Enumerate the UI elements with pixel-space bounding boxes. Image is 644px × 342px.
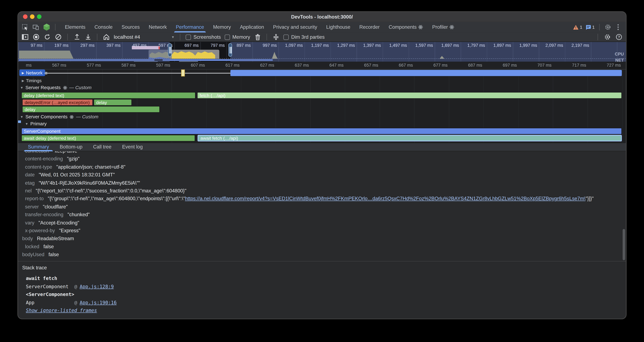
tab-summary[interactable]: Summary [23,143,54,151]
network-request-marker[interactable] [181,70,185,77]
expand-triangle-icon: ▶ [22,79,24,82]
tab-network[interactable]: Network [144,22,171,32]
track-server-requests-header[interactable]: ▼ Server Requests — Custom [20,85,92,90]
tab-lighthouse[interactable]: Lighthouse [322,22,355,32]
title-bar: DevTools - localhost:3000/ [18,12,626,22]
property-row: date"Wed, 01 Oct 2025 18:32:01 GMT" [22,171,626,179]
divider [180,34,180,40]
reload-and-record-icon[interactable] [44,33,51,41]
summary-pane[interactable]: connection"keep-alive" content-encoding"… [18,151,626,261]
record-icon[interactable] [32,33,40,41]
memory-checkbox[interactable]: Memory [224,34,250,40]
track-network[interactable]: ▶ Network [19,70,45,76]
track-timings[interactable]: ▶ Timings [19,77,44,84]
garbage-collect-icon[interactable] [254,33,261,41]
tab-event-log[interactable]: Event log [117,143,148,151]
issues-message-icon [585,25,591,30]
event-bar-delay[interactable]: delay [94,99,132,106]
collapse-triangle-icon: ▼ [25,122,28,126]
warning-icon [573,25,578,30]
source-location-link[interactable]: App.js:190:16 [80,299,117,307]
property-row-report-to: report-to"{\"group\":\"cf-nel\",\"max_ag… [22,195,626,203]
property-row: bodyReadableStream [22,235,626,243]
tab-console[interactable]: Console [90,22,117,32]
source-location-link[interactable]: App.js:128:9 [80,283,114,291]
overview-ruler: 97 ms197 ms297 ms397 ms497 ms597 ms697 m… [18,42,591,49]
devtools-window: DevTools - localhost:3000/ Elements Cons… [18,12,626,319]
collapse-triangle-icon: ▼ [20,115,24,119]
divider [55,24,56,30]
tab-application[interactable]: Application [236,22,268,32]
event-bar-fetch-api[interactable]: fetch (…/api) [197,92,622,99]
event-bar-delayed-error[interactable]: delayedError (…ayed exception) [22,99,93,106]
react-atom-icon [450,25,454,30]
track-resize-handle[interactable] [45,72,47,75]
history-dropdown[interactable]: localhost #4 ▼ [114,34,175,40]
toggle-sidebar-icon[interactable] [22,33,29,41]
capture-settings-gear-icon[interactable] [604,33,611,41]
show-ignore-listed-frames-link[interactable]: Show ignore-listed frames [26,307,626,315]
clear-icon[interactable] [55,33,62,41]
tab-privacy-and-security[interactable]: Privacy and security [268,22,322,32]
more-options-kebab-icon[interactable] [614,24,622,31]
property-row: bodyUsedfalse [22,251,626,259]
selection-right-handle[interactable] [228,43,232,57]
tabbar-right-controls: 1 1 [573,24,626,31]
tab-elements[interactable]: Elements [60,22,90,32]
divider [599,24,600,30]
dim-3rd-parties-checkbox[interactable]: Dim 3rd parties [283,34,324,40]
checkbox-box [283,34,289,40]
node-icon[interactable] [43,24,50,31]
main-tab-bar: Elements Console Sources Network Perform… [18,22,626,33]
react-atom-icon [62,85,67,90]
track-server-components-header[interactable]: ▼ Server Components — Custom [20,114,98,119]
stack-trace-section: Stack trace await fetch ServerComponent@… [18,261,626,319]
flame-ruler: ms567 ms577 ms587 ms597 ms607 ms617 ms62… [18,62,626,70]
react-atom-icon [418,25,423,30]
inspect-element-icon[interactable] [22,24,29,31]
divider [97,34,98,40]
history-dropdown-value: localhost #4 [114,34,140,40]
tab-call-tree[interactable]: Call tree [88,143,116,151]
track-edge-marker [18,120,21,123]
property-row: transfer-encoding"chunked" [22,211,626,219]
tab-memory[interactable]: Memory [208,22,235,32]
tab-recorder[interactable]: Recorder [355,22,384,32]
screenshots-checkbox[interactable]: Screenshots [186,34,221,40]
timeline-overview[interactable]: 97 ms197 ms297 ms397 ms497 ms597 ms697 m… [18,42,626,62]
device-toolbar-icon[interactable] [32,24,40,31]
report-endpoint-link[interactable]: https://a.nel.cloudflare.com/report/v4?s… [185,196,586,202]
event-bar-server-component[interactable]: ServerComponent [22,128,622,134]
tab-performance[interactable]: Performance [171,22,208,32]
scrollbar-thumb[interactable] [622,229,625,260]
property-row: content-type"application/json; charset=u… [22,163,626,171]
network-request-bar[interactable] [230,70,622,76]
track-primary-header[interactable]: ▼ Primary [25,121,46,126]
event-bar-delay[interactable]: delay [22,106,160,113]
performance-toolbar: localhost #4 ▼ Screenshots Memory Dim 3r… [18,33,626,42]
flame-chart[interactable]: ms567 ms577 ms587 ms597 ms607 ms617 ms62… [18,62,626,143]
selection-left-handle[interactable] [168,43,172,57]
collapse-sections-icon[interactable] [272,33,280,41]
checkbox-box [224,34,230,40]
tab-components[interactable]: Components [384,22,428,32]
event-bar-await-delay[interactable]: await delay (deferred text) [22,135,195,141]
settings-gear-icon[interactable] [604,24,612,31]
tab-profiler[interactable]: Profiler [428,22,459,32]
download-profile-icon[interactable] [84,33,92,41]
event-bar-delay-deferred[interactable]: delay (deferred text) [22,92,196,99]
tabbar-icons [18,24,60,31]
chevron-down-icon: ▼ [171,35,175,39]
issues-indicator[interactable]: 1 [585,25,595,30]
tab-bottom-up[interactable]: Bottom-up [55,143,88,151]
home-live-metrics-icon[interactable] [103,33,110,41]
network-request-line [44,73,230,74]
event-bar-await-fetch-selected[interactable]: await fetch (…/api) [198,135,622,141]
warnings-indicator[interactable]: 1 [573,25,582,30]
property-row: server"cloudflare" [22,203,626,211]
upload-profile-icon[interactable] [73,33,80,41]
tab-sources[interactable]: Sources [117,22,144,32]
screen: DevTools - localhost:3000/ Elements Cons… [0,0,644,342]
stack-frame: ServerComponent@App.js:128:9 [22,283,626,291]
help-icon[interactable]: ? [615,33,623,41]
